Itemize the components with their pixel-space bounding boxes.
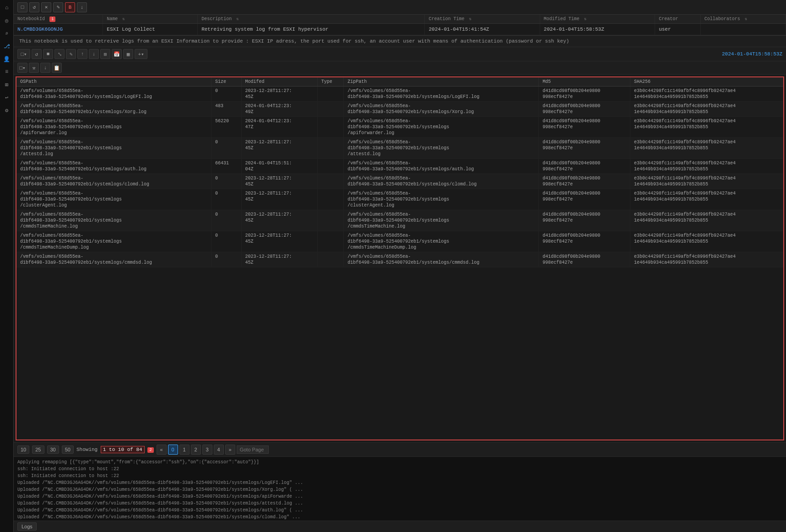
cell-zippath: /vmfs/volumes/658d55ea- d1bf6498-33a9-52…	[344, 231, 539, 252]
cell-edit-btn[interactable]: ✎	[66, 49, 76, 59]
cell-ospath: /vmfs/volumes/658d55ea- d1bf6498-33a9-52…	[16, 189, 211, 210]
col-modified-time: Modified Time ⇅	[540, 15, 655, 24]
th-size: Size	[211, 77, 241, 87]
cell-type	[317, 117, 343, 138]
view-btn[interactable]: □▾	[17, 63, 27, 73]
cell-ospath: /vmfs/volumes/658d55ea- d1bf6498-33a9-52…	[16, 252, 211, 267]
cell-stop-btn[interactable]: ■	[43, 49, 53, 59]
cell-grid-btn[interactable]: ▦	[123, 49, 133, 59]
page-0-btn[interactable]: 0	[168, 445, 178, 455]
showing-label: Showing	[76, 447, 98, 452]
cell-md5: d41d8cd98f00b204e9800 998ecf8427e	[539, 117, 630, 138]
cell-md5: d41d8cd98f00b204e9800 998ecf8427e	[539, 252, 630, 267]
table-row[interactable]: /vmfs/volumes/658d55ea- d1bf6498-33a9-52…	[16, 102, 783, 117]
page-3-btn[interactable]: 3	[202, 445, 212, 455]
table-row[interactable]: /vmfs/volumes/658d55ea- d1bf6498-33a9-52…	[16, 210, 783, 231]
layers-icon[interactable]: ≡	[2, 67, 12, 77]
cell-sha256: e3b0c44298fc1c149afbf4c8996fb92427ae4 1e…	[630, 252, 783, 267]
clipboard-btn[interactable]: 📋	[52, 63, 62, 73]
th-modifed: Modifed	[241, 77, 317, 87]
table-row[interactable]: /vmfs/volumes/658d55ea- d1bf6498-33a9-52…	[16, 231, 783, 252]
cell-zippath: /vmfs/volumes/658d55ea- d1bf6498-33a9-52…	[344, 102, 539, 117]
cell-modifed: 2023-12-28T11:27: 45Z	[241, 231, 317, 252]
page-size-25[interactable]: 25	[32, 445, 44, 454]
tag-icon[interactable]: ⊞	[2, 80, 12, 90]
log-line: Uploaded /"NC.CMBD3GJ6AG4DK//vmfs/volume…	[17, 507, 782, 514]
cell-calendar-btn[interactable]: 📅	[112, 49, 122, 59]
cell-sha256: e3b0c44298fc1c149afbf4c8996fb92427ae4 1e…	[630, 210, 783, 231]
cell-zippath: /vmfs/volumes/658d55ea- d1bf6498-33a9-52…	[344, 210, 539, 231]
table-row[interactable]: /vmfs/volumes/658d55ea- d1bf6498-33a9-52…	[16, 117, 783, 138]
goto-page-input[interactable]	[237, 445, 269, 454]
cell-run-btn[interactable]: ↺	[32, 49, 42, 59]
cell-ospath: /vmfs/volumes/658d55ea- d1bf6498-33a9-52…	[16, 159, 211, 174]
cell-down-btn[interactable]: ↓	[89, 49, 99, 59]
page-size-10[interactable]: 10	[17, 445, 29, 454]
page-1-btn[interactable]: 1	[179, 445, 190, 455]
table-row[interactable]: /vmfs/volumes/658d55ea- d1bf6498-33a9-52…	[16, 189, 783, 210]
page-size-50[interactable]: 50	[62, 445, 74, 454]
cell-sha256: e3b0c44298fc1c149afbf4c8996fb92427ae4 1e…	[630, 231, 783, 252]
data-table: OSPath Size Modifed Type ZipPath Md5 SHA…	[16, 77, 783, 267]
cell-size: 483	[211, 102, 241, 117]
refresh-btn[interactable]: ↺	[29, 2, 39, 12]
build-btn[interactable]: ⚒	[29, 63, 39, 73]
table-row[interactable]: /vmfs/volumes/658d55ea- d1bf6498-33a9-52…	[16, 138, 783, 159]
search-icon[interactable]: ⌕	[2, 28, 12, 38]
page-size-30[interactable]: 30	[47, 445, 59, 454]
new-notebook-btn[interactable]: □	[17, 2, 27, 12]
log-line: Uploaded /"NC.CMBD3GJ6AG4DK//vmfs/volume…	[17, 479, 782, 486]
cell-ospath: /vmfs/volumes/658d55ea- d1bf6498-33a9-52…	[16, 102, 211, 117]
cell-md5: d41d8cd98f00b204e9800 998ecf8427e	[539, 210, 630, 231]
sidebar: ⌂ ◎ ⌕ ⎇ 👤 ≡ ⊞ ↩ ⚙	[0, 0, 14, 532]
log-line: ssh: Initiated connection to host :22	[17, 466, 782, 472]
notebook-row[interactable]: N.CMBD3GK6GONJG ESXI Log Collect Retreiv…	[14, 24, 786, 35]
edit-btn[interactable]: ✎	[53, 2, 63, 12]
cell-type-btn[interactable]: □▾	[17, 49, 30, 59]
page-2-btn[interactable]: 2	[191, 445, 201, 455]
col-name: Name ⇅	[103, 15, 198, 24]
undo-icon[interactable]: ↩	[2, 92, 12, 103]
cell-modifed: 2023-12-28T11:27: 45Z	[241, 174, 317, 189]
page-prev-btn[interactable]: «	[157, 445, 167, 455]
cell-type	[317, 189, 343, 210]
log-line: ssh: Initiated connection to host :22	[17, 472, 782, 479]
cell-modifed: 2024-01-04T12:23: 49Z	[241, 102, 317, 117]
cell-md5: d41d8cd98f00b204e9800 998ecf8427e	[539, 231, 630, 252]
cell-type	[317, 102, 343, 117]
table-row[interactable]: /vmfs/volumes/658d55ea- d1bf6498-33a9-52…	[16, 174, 783, 189]
cell-size: 56220	[211, 117, 241, 138]
table-row[interactable]: /vmfs/volumes/658d55ea- d1bf6498-33a9-52…	[16, 252, 783, 267]
table-row[interactable]: /vmfs/volumes/658d55ea- d1bf6498-33a9-52…	[16, 159, 783, 174]
download2-btn[interactable]: ↓	[40, 63, 50, 73]
export-btn[interactable]: ↓	[77, 2, 87, 12]
cell-up-btn[interactable]: ↑	[77, 49, 87, 59]
home-icon[interactable]: ⌂	[2, 3, 12, 13]
bookmark-btn[interactable]: B	[65, 2, 75, 12]
notebook-table: NotebookId 1 Name ⇅ Description ⇅ Creati…	[14, 15, 786, 36]
branch-icon[interactable]: ⎇	[2, 41, 12, 51]
cell-modifed: 2023-12-28T11:27: 45Z	[241, 138, 317, 159]
cell-type	[317, 174, 343, 189]
cell-copy-btn[interactable]: ⊞	[100, 49, 110, 59]
cell-size: 0	[211, 174, 241, 189]
cell-zippath: /vmfs/volumes/658d55ea- d1bf6498-33a9-52…	[344, 174, 539, 189]
page-4-btn[interactable]: 4	[214, 445, 224, 455]
cell-size: 0	[211, 231, 241, 252]
description-bar: This notebook is used to retreive logs f…	[14, 36, 786, 47]
notebook-name-cell: ESXI Log Collect	[103, 24, 198, 35]
delete-btn[interactable]: ✕	[41, 2, 51, 12]
cell-type	[317, 210, 343, 231]
logs-btn[interactable]: Logs	[17, 522, 37, 531]
cell-size: 0	[211, 252, 241, 267]
table-row[interactable]: /vmfs/volumes/658d55ea- d1bf6498-33a9-52…	[16, 87, 783, 102]
cell-expand-btn[interactable]: ⤡	[54, 49, 65, 59]
circle-icon[interactable]: ◎	[2, 16, 12, 26]
page-next-btn[interactable]: »	[225, 445, 235, 455]
notebook-collaborators-cell	[700, 24, 786, 35]
cell-md5: d41d8cd98f00b204e9800 998ecf8427e	[539, 102, 630, 117]
user-icon[interactable]: 👤	[2, 54, 12, 64]
cell-add-btn[interactable]: +▾	[135, 49, 147, 59]
settings-icon[interactable]: ⚙	[2, 105, 12, 115]
log-line: Uploaded /"NC.CMBD3GJ6AG4DK//vmfs/volume…	[17, 500, 782, 507]
